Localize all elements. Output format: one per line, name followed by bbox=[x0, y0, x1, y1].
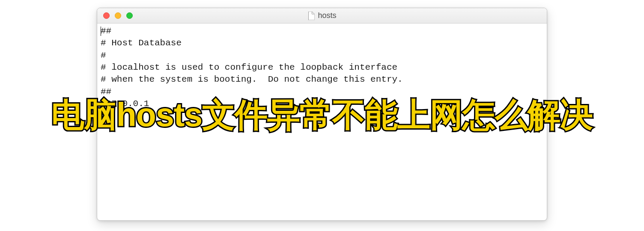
editor-line: # when the system is booting. Do not cha… bbox=[101, 74, 403, 84]
editor-line: # bbox=[101, 50, 106, 60]
titlebar[interactable]: hosts bbox=[97, 8, 547, 24]
window-title: hosts bbox=[318, 11, 336, 20]
minimize-button[interactable] bbox=[115, 12, 121, 19]
zoom-button[interactable] bbox=[126, 12, 133, 19]
editor-line: ## bbox=[101, 26, 111, 36]
editor-line: # Host Database bbox=[101, 38, 182, 48]
document-icon bbox=[307, 12, 314, 20]
traffic-lights bbox=[97, 12, 133, 19]
title-center: hosts bbox=[307, 11, 336, 20]
editor-line: # localhost is used to configure the loo… bbox=[101, 62, 397, 72]
overlay-caption: 电脑hosts文件异常不能上网怎么解决 bbox=[0, 93, 644, 138]
close-button[interactable] bbox=[103, 12, 110, 19]
